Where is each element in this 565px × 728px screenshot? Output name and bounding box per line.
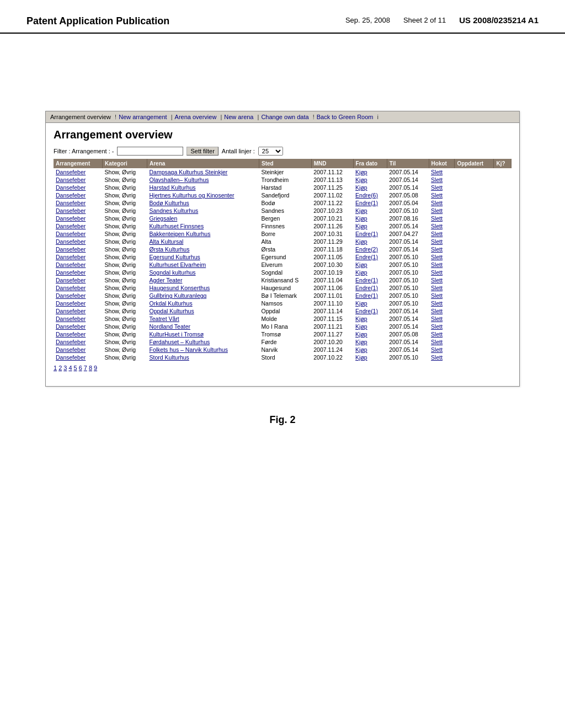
slett-link[interactable]: Slett (431, 354, 443, 361)
arena-link[interactable]: Griegsalen (150, 215, 178, 222)
nav-change-own-data[interactable]: Change own data (261, 114, 308, 120)
kjop-link[interactable]: Kjøp (355, 269, 367, 276)
kjop-link[interactable]: Kjøp (355, 300, 367, 307)
kjop-link[interactable]: Endre(6) (355, 192, 378, 199)
kjop-link[interactable]: Kjøp (355, 315, 367, 322)
nav-arrangement-overview[interactable]: Arrangement overview (50, 114, 111, 120)
kjop-link[interactable]: Kjøp (355, 261, 367, 268)
slett-link[interactable]: Slett (431, 315, 443, 322)
slett-link[interactable]: Slett (431, 231, 443, 237)
arena-link[interactable]: Bakkenteigen Kulturhus (150, 231, 211, 237)
arena-link[interactable]: Oppdal Kulturhus (150, 308, 194, 314)
arr-link[interactable]: Dansefeber (56, 331, 86, 338)
slett-link[interactable]: Slett (431, 169, 443, 175)
arr-link[interactable]: Dansefeber (56, 323, 86, 330)
arena-link[interactable]: Orkdal Kulturhus (150, 300, 193, 307)
arena-link[interactable]: Nordland Teater (150, 323, 191, 330)
kjop-link[interactable]: Endre(1) (355, 231, 378, 237)
rows-select[interactable]: 25 50 100 (258, 147, 283, 156)
arena-link[interactable]: Sogndal kulturhus (150, 269, 196, 276)
kjop-link[interactable]: Kjøp (355, 169, 367, 175)
arr-link[interactable]: Dansefeber (56, 238, 86, 245)
slett-link[interactable]: Slett (431, 285, 443, 291)
slett-link[interactable]: Slett (431, 292, 443, 299)
slett-link[interactable]: Slett (431, 323, 443, 330)
kjop-link[interactable]: Kjøp (355, 223, 367, 229)
arr-link[interactable]: Dansefeber (56, 292, 86, 299)
slett-link[interactable]: Slett (431, 269, 443, 276)
arena-link[interactable]: Egersund Kulturhus (150, 254, 200, 260)
slett-link[interactable]: Slett (431, 339, 443, 345)
filter-input[interactable] (117, 147, 183, 156)
arr-link[interactable]: Dansefeber (56, 261, 86, 268)
arena-link[interactable]: Haugesund Konserthus (150, 285, 210, 291)
arena-link[interactable]: Kulturhuset Elvarheim (150, 261, 206, 268)
slett-link[interactable]: Slett (431, 300, 443, 307)
kjop-link[interactable]: Endre(1) (355, 285, 378, 291)
kjop-link[interactable]: Kjøp (355, 346, 367, 353)
page-link[interactable]: 9 (94, 365, 97, 371)
kjop-link[interactable]: Kjøp (355, 238, 367, 245)
arr-link[interactable]: Dansefeber (56, 300, 86, 307)
filter-button[interactable]: Sett filter (186, 147, 218, 156)
slett-link[interactable]: Slett (431, 184, 443, 191)
page-link[interactable]: 3 (63, 365, 67, 371)
arena-link[interactable]: Dampsaga Kulturhus Steinkjer (150, 169, 228, 175)
slett-link[interactable]: Slett (431, 215, 443, 222)
arr-link[interactable]: Dansefeber (56, 169, 86, 175)
arena-link[interactable]: Stord Kulturhus (150, 354, 189, 361)
arr-link[interactable]: Dansefeber (56, 184, 86, 191)
arena-link[interactable]: Agder Teater (150, 277, 183, 283)
arr-link[interactable]: Dansefeber (56, 223, 86, 229)
slett-link[interactable]: Slett (431, 261, 443, 268)
arena-link[interactable]: KulturHuset i Tromsø (150, 331, 204, 338)
slett-link[interactable]: Slett (431, 331, 443, 338)
page-link[interactable]: 8 (89, 365, 92, 371)
arr-link[interactable]: Dansefeber (56, 354, 86, 361)
page-link[interactable]: 4 (68, 365, 72, 371)
kjop-link[interactable]: Endre(1) (355, 308, 378, 314)
arena-link[interactable]: Harstad Kulturhus (150, 184, 196, 191)
arr-link[interactable]: Dansefeber (56, 254, 86, 260)
arr-link[interactable]: Dansefeber (56, 176, 86, 183)
arr-link[interactable]: Dansefeber (56, 231, 86, 237)
slett-link[interactable]: Slett (431, 308, 443, 314)
arena-link[interactable]: Bodø Kulturhus (150, 200, 189, 206)
page-link[interactable]: 6 (79, 365, 82, 371)
kjop-link[interactable]: Endre(1) (355, 254, 378, 260)
kjop-link[interactable]: Kjøp (355, 354, 367, 361)
slett-link[interactable]: Slett (431, 223, 443, 229)
arr-link[interactable]: Dansefeber (56, 277, 86, 283)
nav-arena-overview[interactable]: Arena overview (175, 114, 217, 120)
arr-link[interactable]: Dansefeber (56, 346, 86, 353)
page-link[interactable]: 5 (74, 365, 77, 371)
slett-link[interactable]: Slett (431, 254, 443, 260)
arena-link[interactable]: Olavshallen– Kulturhus (150, 176, 209, 183)
slett-link[interactable]: Slett (431, 192, 443, 199)
arena-link[interactable]: Folkets hus – Narvik Kulturhus (150, 346, 228, 353)
page-link[interactable]: 1 (54, 365, 57, 371)
arr-link[interactable]: Dansefeber (56, 285, 86, 291)
slett-link[interactable]: Slett (431, 176, 443, 183)
page-link[interactable]: 2 (58, 365, 62, 371)
kjop-link[interactable]: Kjøp (355, 331, 367, 338)
arena-link[interactable]: Sandnes Kulturhus (150, 207, 199, 214)
slett-link[interactable]: Slett (431, 238, 443, 245)
kjop-link[interactable]: Kjøp (355, 215, 367, 222)
kjop-link[interactable]: Kjøp (355, 339, 367, 345)
slett-link[interactable]: Slett (431, 277, 443, 283)
arr-link[interactable]: Dansefeber (56, 207, 86, 214)
nav-new-arrangement[interactable]: New arrangement (119, 114, 167, 120)
arr-link[interactable]: Dansefeber (56, 308, 86, 314)
slett-link[interactable]: Slett (431, 246, 443, 253)
slett-link[interactable]: Slett (431, 346, 443, 353)
arena-link[interactable]: Kulturhuset Finnsnes (150, 223, 204, 229)
arr-link[interactable]: Dansefeber (56, 246, 86, 253)
arr-link[interactable]: Dansefeber (56, 269, 86, 276)
arr-link[interactable]: Dansefeber (56, 215, 86, 222)
slett-link[interactable]: Slett (431, 200, 443, 206)
arena-link[interactable]: Alta Kultursal (150, 238, 184, 245)
slett-link[interactable]: Slett (431, 207, 443, 214)
arena-link[interactable]: Teatret Vårt (150, 315, 179, 322)
arr-link[interactable]: Dansefeber (56, 200, 86, 206)
